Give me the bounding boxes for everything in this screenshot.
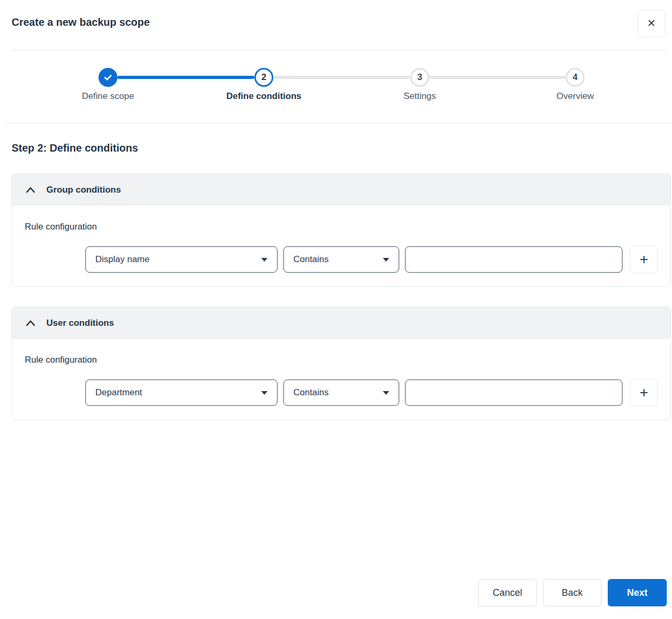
back-button[interactable]: Back [543,579,601,606]
close-icon: ✕ [647,18,656,28]
step-heading: Step 2: Define conditions [12,142,671,154]
step-circle-define-conditions[interactable]: 2 [254,68,273,87]
check-icon [103,72,113,83]
user-conditions-header[interactable]: User conditions [12,307,670,339]
plus-icon: + [639,385,648,400]
operator-select-value: Contains [293,254,329,265]
rule-row: Department Contains + [85,379,658,406]
operator-select[interactable]: Contains [283,246,399,273]
dialog-title: Create a new backup scope [12,16,150,28]
dialog-footer: Cancel Back Next [478,579,667,606]
condition-value-input[interactable] [405,380,622,406]
attribute-select[interactable]: Department [85,380,278,406]
step-number: 3 [417,72,422,83]
rule-configuration-label: Rule configuration [25,222,658,232]
rule-row: Display name Contains + [85,246,658,273]
operator-select[interactable]: Contains [283,380,399,406]
operator-select-value: Contains [293,387,329,398]
step-circle-define-scope[interactable] [98,68,117,87]
stepper-connector-done [117,76,254,79]
chevron-down-icon [261,258,268,262]
group-conditions-section: Group conditions Rule configuration Disp… [12,174,671,287]
dialog-header: Create a new backup scope ✕ [0,0,672,50]
attribute-select-value: Department [95,387,142,398]
step-label-define-scope: Define scope [82,91,134,102]
step-number: 4 [572,72,577,83]
stepper-connector-todo [273,76,410,79]
group-conditions-header[interactable]: Group conditions [12,174,670,206]
attribute-select[interactable]: Display name [85,246,278,273]
section-title: Group conditions [46,185,121,195]
stepper-divider [5,123,672,123]
step-label-define-conditions: Define conditions [226,91,302,102]
close-button[interactable]: ✕ [638,9,665,37]
chevron-down-icon [261,391,268,395]
condition-value-input[interactable] [405,246,622,273]
group-conditions-body: Rule configuration Display name Contains… [12,206,670,286]
user-conditions-section: User conditions Rule configuration Depar… [12,307,671,420]
backup-scope-dialog: { "dialog": { "title": "Create a new bac… [0,0,672,619]
step-number: 2 [261,72,266,83]
step-label-overview: Overview [557,91,594,102]
add-condition-button[interactable]: + [630,379,658,406]
wizard-stepper: 2 3 4 Define scope Define conditions Set… [0,51,672,123]
next-button[interactable]: Next [608,579,667,606]
section-title: User conditions [46,318,114,328]
user-conditions-body: Rule configuration Department Contains + [12,339,670,420]
step-label-settings: Settings [403,91,436,102]
stepper-connector-todo [429,76,566,79]
chevron-down-icon [383,391,389,395]
cancel-button[interactable]: Cancel [478,579,537,606]
dialog-body: Step 2: Define conditions Group conditio… [0,142,672,420]
attribute-select-value: Display name [95,254,150,265]
plus-icon: + [639,252,648,267]
chevron-up-icon [25,186,36,194]
add-condition-button[interactable]: + [630,246,658,273]
rule-configuration-label: Rule configuration [25,355,658,365]
chevron-up-icon [25,319,36,327]
chevron-down-icon [383,258,389,262]
step-circle-settings[interactable]: 3 [410,68,429,87]
step-circle-overview[interactable]: 4 [566,68,585,87]
